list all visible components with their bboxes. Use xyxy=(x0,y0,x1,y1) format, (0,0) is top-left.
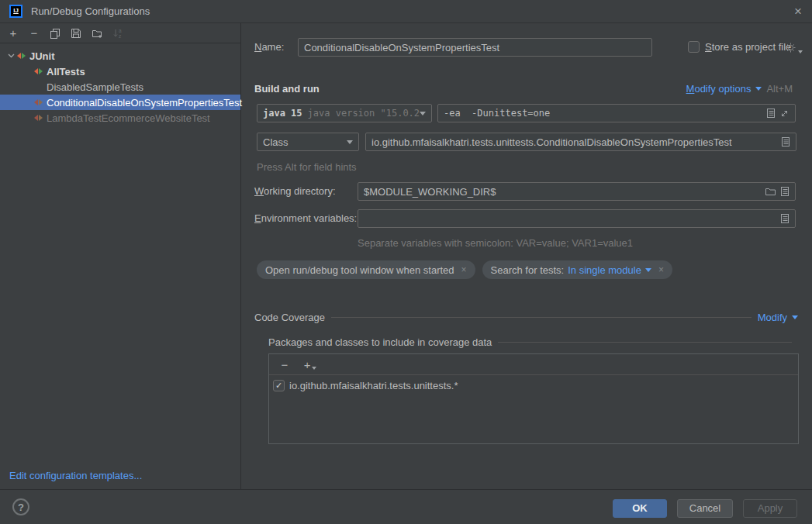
vm-options-value: -ea -Dunittest=one xyxy=(444,108,550,119)
add-configuration-icon[interactable]: + xyxy=(7,27,19,40)
intellij-logo-icon: IJ xyxy=(9,5,22,18)
packages-header: Packages and classes to include in cover… xyxy=(268,336,798,348)
ok-button[interactable]: OK xyxy=(613,499,667,518)
checkmark-icon: ✓ xyxy=(275,381,282,391)
edit-variables-icon[interactable] xyxy=(780,213,790,224)
title-bar: IJ Run/Debug Configurations × xyxy=(0,0,812,23)
macros-icon[interactable] xyxy=(780,186,790,197)
add-pattern-icon[interactable]: + xyxy=(304,358,316,371)
tree-item-conditionaldisable-selected[interactable]: ConditionalDisableOnSystemPropertiesTest xyxy=(0,95,240,110)
sidebar-toolbar: + − az xyxy=(0,23,240,43)
coverage-modify-link[interactable]: Modify xyxy=(758,312,787,323)
separator-line xyxy=(331,317,752,318)
chip-open-tool-window[interactable]: Open run/debug tool window when started … xyxy=(257,260,475,279)
tree-item-label: LambdaTestEcommerceWebsiteTest xyxy=(47,112,210,124)
working-directory-label: Working directory: xyxy=(254,182,336,201)
chip-close-icon[interactable]: × xyxy=(658,264,664,275)
coverage-modify-caret-icon xyxy=(792,315,798,319)
sort-alphabetically-icon[interactable]: az xyxy=(112,27,124,40)
macros-icon[interactable] xyxy=(781,136,790,147)
tree-item-label: AllTests xyxy=(47,66,85,78)
jre-combobox[interactable]: java 15 java version "15.0.2 xyxy=(257,104,432,122)
tree-item-alltests[interactable]: AllTests xyxy=(0,64,240,79)
option-chips: Open run/debug tool window when started … xyxy=(257,260,672,279)
save-configuration-icon[interactable] xyxy=(70,27,82,40)
environment-variables-label: Environment variables: xyxy=(254,209,357,228)
name-input[interactable]: ConditionalDisableOnSystemPropertiesTest xyxy=(298,38,652,57)
search-for-tests-value-link[interactable]: In single module xyxy=(568,264,641,276)
modify-options-link[interactable]: Modify options xyxy=(686,83,752,95)
chevron-down-icon[interactable] xyxy=(5,53,17,58)
build-and-run-title: Build and run xyxy=(254,83,320,95)
jre-version: java version "15.0.2 xyxy=(308,108,420,119)
tree-item-label: ConditionalDisableOnSystemPropertiesTest xyxy=(47,97,242,109)
jre-caret-icon xyxy=(420,112,426,115)
environment-variables-input[interactable] xyxy=(358,209,796,228)
junit-icon xyxy=(34,68,43,74)
window-title: Run/Debug Configurations xyxy=(31,5,150,17)
modify-options-shortcut: Alt+M xyxy=(766,83,793,95)
code-coverage-title: Code Coverage xyxy=(254,312,325,323)
chip-label: Search for tests: xyxy=(491,264,565,276)
test-class-input[interactable]: io.github.mfaisalkhatri.tests.unittests.… xyxy=(365,133,796,151)
browse-folder-icon[interactable] xyxy=(765,187,776,197)
add-pattern-caret-icon xyxy=(312,367,316,370)
separator-line xyxy=(498,342,792,343)
test-kind-value: Class xyxy=(263,136,289,148)
svg-text:z: z xyxy=(119,33,121,39)
edit-configuration-templates-link[interactable]: Edit configuration templates... xyxy=(9,470,142,481)
working-directory-value: $MODULE_WORKING_DIR$ xyxy=(364,186,496,198)
close-icon[interactable]: × xyxy=(794,4,802,19)
code-coverage-header: Code Coverage Modify xyxy=(254,312,798,323)
junit-icon xyxy=(34,99,43,105)
remove-configuration-icon[interactable]: − xyxy=(28,27,40,40)
configurations-tree: JUnit AllTests DisabledSampleTests Condi… xyxy=(0,43,240,126)
coverage-packages-panel: − + ✓ io.github.mfaisalkhatri.tests.unit… xyxy=(268,353,799,444)
junit-icon xyxy=(34,115,43,121)
name-label: Name: xyxy=(254,38,284,57)
modify-options-group: Modify options Alt+M xyxy=(686,83,793,95)
modify-options-caret-icon xyxy=(755,87,762,91)
new-folder-icon[interactable] xyxy=(91,27,103,40)
test-kind-combobox[interactable]: Class xyxy=(257,133,359,151)
tree-item-disabledsampletests[interactable]: DisabledSampleTests xyxy=(0,79,240,95)
tree-item-lambdatest[interactable]: LambdaTestEcommerceWebsiteTest xyxy=(0,110,240,126)
copy-configuration-icon[interactable] xyxy=(49,27,61,40)
tree-item-junit-group[interactable]: JUnit xyxy=(0,48,240,64)
configurations-sidebar: + − az JUnit xyxy=(0,23,241,489)
environment-variables-hint: Separate variables with semicolon: VAR=v… xyxy=(358,237,633,249)
run-debug-configurations-dialog: IJ Run/Debug Configurations × + − az xyxy=(0,0,812,524)
name-value: ConditionalDisableOnSystemPropertiesTest xyxy=(304,42,499,53)
chip-label: Open run/debug tool window when started xyxy=(265,264,454,276)
configuration-form: Name: ConditionalDisableOnSystemProperti… xyxy=(242,23,812,489)
expand-field-icon[interactable] xyxy=(779,109,790,119)
cancel-button[interactable]: Cancel xyxy=(677,499,733,518)
chip-search-for-tests[interactable]: Search for tests: In single module × xyxy=(482,260,672,279)
macros-icon[interactable] xyxy=(766,108,776,119)
test-kind-caret-icon xyxy=(347,140,353,144)
packages-title: Packages and classes to include in cover… xyxy=(268,336,492,348)
pattern-label: io.github.mfaisalkhatri.tests.unittests.… xyxy=(289,380,458,391)
coverage-pattern-row[interactable]: ✓ io.github.mfaisalkhatri.tests.unittest… xyxy=(269,377,798,395)
help-icon[interactable]: ? xyxy=(12,498,29,515)
tree-item-label: DisabledSampleTests xyxy=(47,81,143,93)
gear-dropdown-caret xyxy=(798,50,803,53)
pattern-checkbox[interactable]: ✓ xyxy=(273,380,285,391)
store-as-project-file-checkbox[interactable] xyxy=(688,41,700,53)
store-as-project-file-label: Store as project file xyxy=(705,38,791,57)
dialog-footer: ? OK Cancel Apply xyxy=(0,489,812,524)
search-for-tests-caret-icon xyxy=(645,268,651,272)
vm-options-input[interactable]: -ea -Dunittest=one xyxy=(437,104,796,122)
working-directory-input[interactable]: $MODULE_WORKING_DIR$ xyxy=(358,182,796,201)
remove-pattern-icon[interactable]: − xyxy=(278,358,291,371)
alt-field-hints-text: Press Alt for field hints xyxy=(257,161,357,173)
coverage-panel-toolbar: − + xyxy=(269,354,798,375)
apply-button[interactable]: Apply xyxy=(743,499,797,518)
svg-text:a: a xyxy=(119,28,122,33)
test-class-value: io.github.mfaisalkhatri.tests.unittests.… xyxy=(371,136,732,148)
junit-icon xyxy=(17,53,26,59)
jre-name: java 15 xyxy=(263,108,302,119)
gear-icon[interactable] xyxy=(785,42,803,53)
tree-item-label: JUnit xyxy=(29,50,55,62)
chip-close-icon[interactable]: × xyxy=(461,264,467,275)
